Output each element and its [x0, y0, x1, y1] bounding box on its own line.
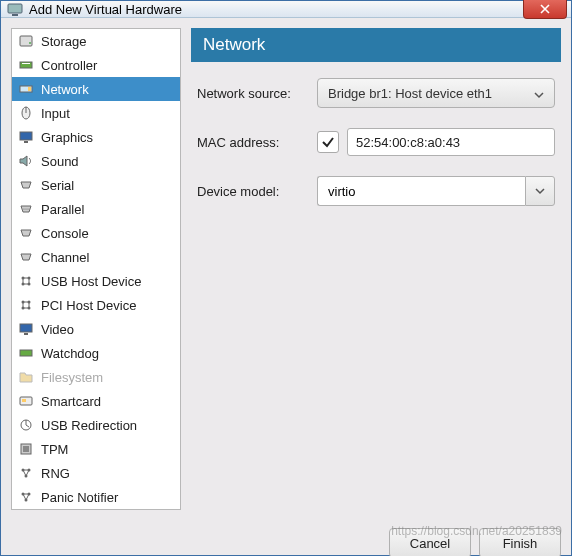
- sidebar-item-label: Serial: [41, 178, 74, 193]
- main-panel: Network Network source: Bridge br1: Host…: [191, 28, 561, 510]
- sidebar-item-sound[interactable]: Sound: [12, 149, 180, 173]
- device-model-row: Device model: virtio: [197, 176, 555, 206]
- mac-address-row: MAC address: 52:54:00:c8:a0:43: [197, 128, 555, 156]
- sidebar-item-console[interactable]: Console: [12, 221, 180, 245]
- svg-rect-5: [22, 63, 30, 64]
- parallel-icon: [18, 201, 34, 217]
- sound-icon: [18, 153, 34, 169]
- svg-rect-7: [28, 87, 31, 91]
- sidebar-item-rng[interactable]: RNG: [12, 461, 180, 485]
- sidebar-item-label: Video: [41, 322, 74, 337]
- rng-icon: [18, 465, 34, 481]
- svg-point-12: [23, 208, 24, 209]
- sidebar-item-panic-notifier[interactable]: Panic Notifier: [12, 485, 180, 509]
- network-icon: [18, 81, 34, 97]
- mac-enable-checkbox[interactable]: [317, 131, 339, 153]
- sidebar-item-input[interactable]: Input: [12, 101, 180, 125]
- pci-host-icon: [18, 297, 34, 313]
- sidebar-item-label: Graphics: [41, 130, 93, 145]
- sidebar-item-label: Controller: [41, 58, 97, 73]
- close-button[interactable]: [523, 0, 567, 19]
- sidebar-item-label: PCI Host Device: [41, 298, 136, 313]
- watchdog-icon: [18, 345, 34, 361]
- filesystem-icon: [18, 369, 34, 385]
- network-source-row: Network source: Bridge br1: Host device …: [197, 78, 555, 108]
- sidebar-item-usb-host-device[interactable]: USB Host Device: [12, 269, 180, 293]
- sidebar-item-label: USB Redirection: [41, 418, 137, 433]
- sidebar-item-tpm[interactable]: TPM: [12, 437, 180, 461]
- mac-address-input[interactable]: 52:54:00:c8:a0:43: [347, 128, 555, 156]
- sidebar-item-label: RNG: [41, 466, 70, 481]
- device-model-label: Device model:: [197, 184, 309, 199]
- sidebar-item-controller[interactable]: Controller: [12, 53, 180, 77]
- svg-rect-1: [12, 14, 18, 16]
- usb-redir-icon: [18, 417, 34, 433]
- sidebar-item-serial[interactable]: Serial: [12, 173, 180, 197]
- svg-point-14: [27, 208, 28, 209]
- svg-rect-4: [20, 62, 32, 68]
- sidebar-item-filesystem: Filesystem: [12, 365, 180, 389]
- sidebar-item-label: Network: [41, 82, 89, 97]
- network-source-label: Network source:: [197, 86, 309, 101]
- sidebar-item-network[interactable]: Network: [12, 77, 180, 101]
- channel-icon: [18, 249, 34, 265]
- dialog-footer: Cancel Finish: [1, 520, 571, 556]
- network-source-value: Bridge br1: Host device eth1: [328, 86, 492, 101]
- serial-icon: [18, 177, 34, 193]
- svg-rect-30: [23, 446, 29, 452]
- sidebar-item-usb-redirection[interactable]: USB Redirection: [12, 413, 180, 437]
- svg-rect-25: [20, 350, 32, 356]
- sidebar-item-label: TPM: [41, 442, 68, 457]
- sidebar-item-label: Filesystem: [41, 370, 103, 385]
- sidebar-item-watchdog[interactable]: Watchdog: [12, 341, 180, 365]
- smartcard-icon: [18, 393, 34, 409]
- svg-rect-10: [20, 132, 32, 140]
- sidebar-item-label: Smartcard: [41, 394, 101, 409]
- finish-button[interactable]: Finish: [479, 528, 561, 556]
- device-model-dropdown-button[interactable]: [525, 176, 555, 206]
- svg-point-3: [29, 42, 31, 44]
- chevron-down-icon: [534, 88, 544, 98]
- storage-icon: [18, 33, 34, 49]
- window-title: Add New Virtual Hardware: [29, 2, 182, 17]
- sidebar-item-label: Sound: [41, 154, 79, 169]
- sidebar-item-label: Input: [41, 106, 70, 121]
- sidebar-item-graphics[interactable]: Graphics: [12, 125, 180, 149]
- panel-title: Network: [191, 28, 561, 62]
- sidebar-item-channel[interactable]: Channel: [12, 245, 180, 269]
- svg-rect-11: [24, 141, 28, 143]
- form-area: Network source: Bridge br1: Host device …: [191, 62, 561, 222]
- cancel-button[interactable]: Cancel: [389, 528, 471, 556]
- sidebar-item-label: USB Host Device: [41, 274, 141, 289]
- sidebar-item-label: Storage: [41, 34, 87, 49]
- sidebar-item-parallel[interactable]: Parallel: [12, 197, 180, 221]
- sidebar-item-label: Panic Notifier: [41, 490, 118, 505]
- sidebar-item-label: Parallel: [41, 202, 84, 217]
- content-area: StorageControllerNetworkInputGraphicsSou…: [1, 18, 571, 520]
- svg-point-13: [25, 208, 26, 209]
- panic-icon: [18, 489, 34, 505]
- input-icon: [18, 105, 34, 121]
- network-source-dropdown[interactable]: Bridge br1: Host device eth1: [317, 78, 555, 108]
- device-model-input[interactable]: virtio: [317, 176, 525, 206]
- sidebar-item-storage[interactable]: Storage: [12, 29, 180, 53]
- graphics-icon: [18, 129, 34, 145]
- svg-rect-2: [20, 36, 32, 46]
- sidebar-item-label: Console: [41, 226, 89, 241]
- svg-rect-27: [22, 399, 26, 402]
- svg-rect-0: [8, 4, 22, 13]
- sidebar-item-pci-host-device[interactable]: PCI Host Device: [12, 293, 180, 317]
- svg-rect-24: [24, 333, 28, 335]
- hardware-type-list[interactable]: StorageControllerNetworkInputGraphicsSou…: [11, 28, 181, 510]
- app-icon: [7, 1, 23, 17]
- dialog-window: Add New Virtual Hardware StorageControll…: [0, 0, 572, 556]
- controller-icon: [18, 57, 34, 73]
- titlebar: Add New Virtual Hardware: [1, 1, 571, 18]
- console-icon: [18, 225, 34, 241]
- video-icon: [18, 321, 34, 337]
- sidebar-item-video[interactable]: Video: [12, 317, 180, 341]
- sidebar-item-smartcard[interactable]: Smartcard: [12, 389, 180, 413]
- tpm-icon: [18, 441, 34, 457]
- sidebar-item-label: Watchdog: [41, 346, 99, 361]
- sidebar-item-label: Channel: [41, 250, 89, 265]
